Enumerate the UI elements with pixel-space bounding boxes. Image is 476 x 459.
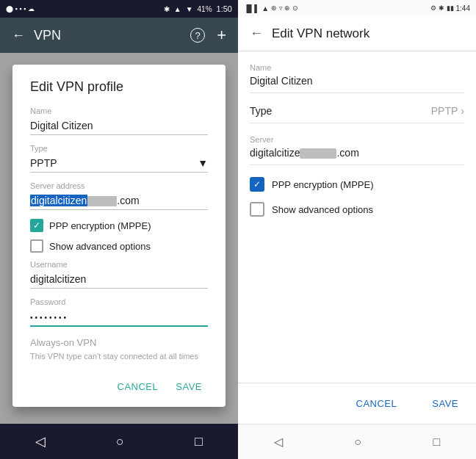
nav-bar-left: ◁ ○ □ (0, 424, 238, 459)
password-label: Password (30, 297, 208, 306)
nav-recent-icon[interactable]: □ (195, 434, 203, 449)
nav-bar-right: ◁ ○ □ (238, 424, 476, 459)
ppp-checkbox[interactable]: ✓ (30, 219, 43, 232)
wifi-r-icon: ▲ (262, 4, 269, 12)
status-bar-left: ⬤ ▪ ▪ ▪ ☁ ✱ ▲ ▼ 41% 1:50 (0, 0, 238, 18)
r-cancel-button[interactable]: CANCEL (339, 383, 415, 424)
app-icons: ⬤ ▪ ▪ ▪ ☁ (6, 5, 35, 12)
vpn-form: Name Digital Citizen Type PPTP › Server … (238, 51, 476, 383)
always-on-label: Always-on VPN (30, 337, 96, 348)
r-name-value[interactable]: Digital Citizen (250, 75, 464, 93)
r-type-row[interactable]: Type PPTP › (250, 105, 464, 123)
r-ppp-label: PPP encryption (MPPE) (272, 179, 373, 190)
r-server-value[interactable]: digitalcitize.com (250, 147, 464, 165)
r-time: 1:44 (456, 4, 470, 12)
type-value: PPTP (30, 157, 57, 169)
r-advanced-row[interactable]: Show advanced options (250, 202, 464, 217)
r-type-label: Type (250, 105, 272, 117)
dropdown-icon: ▼ (198, 157, 208, 169)
checkmark-icon: ✓ (33, 220, 40, 231)
username-label: Username (30, 260, 208, 269)
dialog-title: Edit VPN profile (30, 79, 208, 95)
toolbar-icons: ? + (190, 26, 226, 45)
always-on-hint: This VPN type can't stay connected at al… (30, 352, 208, 361)
type-select[interactable]: PPTP ▼ (30, 154, 208, 173)
ppp-checkbox-row[interactable]: ✓ PPP encryption (MPPE) (30, 219, 208, 232)
status-bar-right: ▐▌▌ ▲ ⊛ ▿ ⊕ ⊙ ⚙ ✱ ▮▮ 1:44 (238, 0, 476, 16)
cancel-button[interactable]: CANCEL (112, 375, 165, 398)
r-server-suffix: .com (336, 147, 358, 159)
status-right-left: ▐▌▌ ▲ ⊛ ▿ ⊕ ⊙ (244, 4, 298, 12)
status-right-right: ⚙ ✱ ▮▮ 1:44 (430, 4, 470, 12)
r-checkmark-icon: ✓ (253, 179, 261, 189)
bottom-buttons: CANCEL SAVE (238, 383, 476, 424)
r-save-button[interactable]: SAVE (414, 383, 476, 424)
advanced-checkbox-row[interactable]: Show advanced options (30, 239, 208, 253)
page-title: VPN (34, 28, 181, 43)
r-advanced-checkbox[interactable] (250, 202, 264, 217)
username-value[interactable]: digitalcitizen (30, 270, 208, 289)
signal-bars: ▐▌▌ (244, 4, 259, 12)
chevron-icon: › (461, 105, 464, 117)
clock: 1:50 (217, 4, 232, 13)
r-nav-back-icon[interactable]: ◁ (274, 435, 283, 449)
toolbar-right: ← Edit VPN network (238, 16, 476, 51)
wifi-icon: ▲ (174, 5, 181, 13)
settings-icon: ⚙ (430, 4, 436, 12)
bluetooth-r-icon: ✱ (439, 4, 444, 12)
server-label: Server address (30, 181, 208, 190)
r-server-prefix: digitalcitize (250, 147, 300, 159)
signal-icon: ▼ (186, 5, 193, 13)
advanced-checkbox[interactable] (30, 239, 43, 253)
vpn-dialog: Edit VPN profile Name Digital Citizen Ty… (12, 65, 226, 407)
password-value[interactable]: •••••••• (30, 308, 208, 327)
dialog-overlay: Edit VPN profile Name Digital Citizen Ty… (0, 53, 238, 424)
password-dots: •••••••• (30, 314, 68, 322)
nav-back-icon[interactable]: ◁ (35, 433, 46, 449)
r-ppp-row[interactable]: ✓ PPP encryption (MPPE) (250, 177, 464, 192)
ppp-label: PPP encryption (MPPE) (49, 220, 151, 231)
phone-right: ▐▌▌ ▲ ⊛ ▿ ⊕ ⊙ ⚙ ✱ ▮▮ 1:44 ← Edit VPN net… (238, 0, 476, 459)
r-server-label: Server (250, 135, 464, 144)
name-value[interactable]: Digital Citizen (30, 117, 208, 135)
r-back-icon[interactable]: ← (250, 26, 263, 41)
r-type-value: PPTP › (431, 105, 464, 117)
back-icon[interactable]: ← (12, 28, 25, 43)
status-right: ✱ ▲ ▼ 41% 1:50 (164, 4, 232, 13)
r-nav-home-icon[interactable]: ○ (354, 435, 361, 449)
server-field[interactable]: digitalcitizen .com (30, 192, 208, 210)
toolbar-left: ← VPN ? + (0, 18, 238, 53)
server-prefix: digitalcitizen (30, 195, 87, 206)
phone-left: ⬤ ▪ ▪ ▪ ☁ ✱ ▲ ▼ 41% 1:50 ← VPN ? + Edit … (0, 0, 238, 459)
add-icon[interactable]: + (217, 26, 226, 45)
r-name-label: Name (250, 63, 464, 72)
nav-home-icon[interactable]: ○ (116, 434, 124, 449)
r-server-redacted (300, 148, 336, 159)
type-label: Type (30, 144, 208, 153)
misc-icons: ⊛ ▿ ⊕ ⊙ (271, 4, 298, 12)
battery-r-icon: ▮▮ (447, 4, 454, 12)
help-icon[interactable]: ? (190, 28, 205, 43)
battery-percent: 41% (198, 5, 212, 13)
save-button[interactable]: SAVE (170, 375, 208, 398)
advanced-label: Show advanced options (49, 241, 151, 252)
r-nav-recent-icon[interactable]: □ (433, 435, 441, 449)
server-suffix: .com (117, 195, 139, 206)
name-label: Name (30, 106, 208, 115)
r-page-title: Edit VPN network (272, 26, 369, 41)
status-icons-left: ⬤ ▪ ▪ ▪ ☁ (6, 5, 35, 12)
r-advanced-label: Show advanced options (272, 204, 373, 215)
bluetooth-icon: ✱ (164, 5, 170, 13)
r-ppp-checkbox[interactable]: ✓ (250, 177, 264, 192)
dialog-buttons: CANCEL SAVE (30, 369, 208, 398)
